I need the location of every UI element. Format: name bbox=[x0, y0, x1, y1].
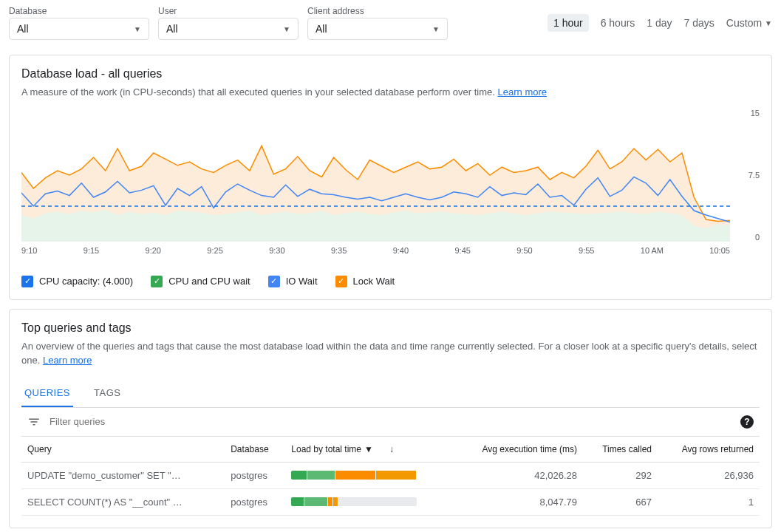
cell-avg-exec: 8,047.79 bbox=[453, 488, 583, 515]
col-load[interactable]: Load by total time ▼ ↓ bbox=[285, 437, 453, 463]
tab-tags[interactable]: TAGS bbox=[91, 380, 123, 407]
learn-more-link[interactable]: Learn more bbox=[43, 355, 92, 366]
filter-user-value: All bbox=[166, 23, 178, 35]
x-tick: 9:35 bbox=[331, 246, 347, 255]
cell-avg-rows: 26,936 bbox=[658, 462, 760, 488]
x-tick: 9:30 bbox=[269, 246, 284, 255]
cell-avg-exec: 42,026.28 bbox=[453, 462, 583, 488]
time-range-7days[interactable]: 7 days bbox=[684, 17, 715, 29]
col-times-called[interactable]: Times called bbox=[583, 437, 658, 463]
x-tick: 10:05 bbox=[709, 246, 730, 255]
col-avg-rows[interactable]: Avg rows returned bbox=[658, 437, 760, 463]
legend-lock-wait[interactable]: ✓ Lock Wait bbox=[335, 276, 395, 287]
checkbox-icon: ✓ bbox=[151, 276, 163, 287]
filter-user-label: User bbox=[158, 6, 299, 16]
chevron-down-icon: ▼ bbox=[134, 25, 141, 33]
queries-card-subtitle: An overview of the queries and tags that… bbox=[21, 339, 760, 368]
cell-load bbox=[285, 488, 453, 515]
filter-client-select[interactable]: All ▼ bbox=[307, 18, 448, 40]
time-range-6hours[interactable]: 6 hours bbox=[601, 17, 635, 29]
time-range-1day[interactable]: 1 day bbox=[647, 17, 672, 29]
filter-database-label: Database bbox=[9, 6, 149, 16]
col-query[interactable]: Query bbox=[21, 437, 225, 463]
filter-database-value: All bbox=[17, 23, 29, 35]
load-card-title: Database load - all queries bbox=[21, 67, 760, 81]
checkbox-icon: ✓ bbox=[21, 276, 33, 287]
x-tick: 9:15 bbox=[83, 246, 99, 255]
chart-legend: ✓ CPU capacity: (4.000) ✓ CPU and CPU wa… bbox=[21, 276, 760, 287]
time-range-selector: 1 hour 6 hours 1 day 7 days Custom ▼ bbox=[548, 14, 772, 32]
time-range-custom-label: Custom bbox=[726, 17, 762, 29]
time-range-custom[interactable]: Custom ▼ bbox=[726, 17, 772, 29]
cell-database: postgres bbox=[225, 462, 285, 488]
col-avg-exec[interactable]: Avg execution time (ms) bbox=[453, 437, 583, 463]
cell-query: UPDATE "demo_customer" SET "… bbox=[21, 462, 225, 488]
sort-desc-icon: ▼ bbox=[364, 444, 373, 454]
y-tick: 0 bbox=[748, 233, 760, 242]
cell-query: SELECT COUNT(*) AS "__count" … bbox=[21, 488, 225, 515]
filter-queries-input[interactable] bbox=[50, 416, 731, 427]
table-row[interactable]: SELECT COUNT(*) AS "__count" …postgres8,… bbox=[21, 488, 760, 515]
load-chart: 15 7.5 0 9:109:159:209:259:309:359:409:4… bbox=[21, 109, 760, 264]
table-row[interactable]: UPDATE "demo_customer" SET "…postgres42,… bbox=[21, 462, 760, 488]
filter-icon bbox=[27, 415, 41, 429]
y-tick: 15 bbox=[748, 109, 760, 117]
x-tick: 9:50 bbox=[516, 246, 532, 255]
queries-table: Query Database Load by total time ▼ ↓ Av… bbox=[21, 437, 760, 516]
legend-io-wait[interactable]: ✓ IO Wait bbox=[268, 276, 318, 287]
chevron-down-icon: ▼ bbox=[765, 19, 772, 27]
cell-times: 667 bbox=[583, 488, 658, 515]
filter-client-value: All bbox=[316, 23, 327, 35]
filter-database-select[interactable]: All ▼ bbox=[9, 18, 149, 40]
cell-times: 292 bbox=[583, 462, 658, 488]
chevron-down-icon: ▼ bbox=[283, 25, 290, 33]
legend-cpu-wait[interactable]: ✓ CPU and CPU wait bbox=[151, 276, 250, 287]
x-tick: 9:10 bbox=[21, 246, 37, 255]
help-icon[interactable]: ? bbox=[740, 415, 754, 429]
tab-queries[interactable]: QUERIES bbox=[21, 380, 73, 407]
cell-avg-rows: 1 bbox=[658, 488, 760, 515]
col-database[interactable]: Database bbox=[225, 437, 285, 463]
legend-cpu-capacity[interactable]: ✓ CPU capacity: (4.000) bbox=[21, 276, 133, 287]
chevron-down-icon: ▼ bbox=[432, 25, 440, 33]
x-tick: 9:20 bbox=[146, 246, 161, 255]
load-card: Database load - all queries A measure of… bbox=[9, 55, 772, 300]
arrow-down-icon: ↓ bbox=[389, 444, 394, 454]
checkbox-icon: ✓ bbox=[335, 276, 347, 287]
x-tick: 9:45 bbox=[454, 246, 470, 255]
load-card-subtitle: A measure of the work (in CPU-seconds) t… bbox=[21, 85, 760, 100]
queries-card-title: Top queries and tags bbox=[21, 321, 760, 335]
x-tick: 9:25 bbox=[207, 246, 222, 255]
filter-user-select[interactable]: All ▼ bbox=[158, 18, 299, 40]
x-tick: 10 AM bbox=[641, 246, 664, 255]
y-tick: 7.5 bbox=[748, 171, 760, 180]
cell-database: postgres bbox=[225, 488, 285, 515]
filter-client-label: Client address bbox=[307, 6, 448, 16]
cell-load bbox=[285, 462, 453, 488]
learn-more-link[interactable]: Learn more bbox=[498, 86, 547, 98]
x-tick: 9:40 bbox=[393, 246, 409, 255]
checkbox-icon: ✓ bbox=[268, 276, 280, 287]
queries-card: Top queries and tags An overview of the … bbox=[9, 309, 772, 528]
time-range-1hour[interactable]: 1 hour bbox=[548, 14, 589, 32]
x-tick: 9:55 bbox=[579, 246, 594, 255]
